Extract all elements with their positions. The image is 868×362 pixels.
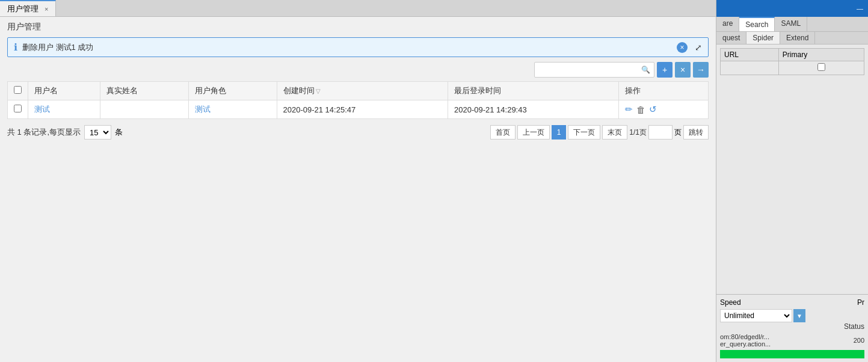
sub-tab-request[interactable]: quest — [716, 32, 746, 44]
page-size-select[interactable]: 15 20 50 — [84, 125, 111, 140]
username-link[interactable]: 测试 — [34, 105, 50, 114]
right-content: URL Primary — [716, 44, 868, 294]
header-username: 用户名 — [28, 82, 100, 100]
current-page-button[interactable]: 1 — [552, 125, 567, 140]
right-table-row — [721, 61, 864, 75]
user-table: 用户名 真实姓名 用户角色 创建时间▽ 最后登录时间 操作 测试 — [7, 81, 709, 119]
delete-button[interactable]: × — [675, 62, 691, 78]
reset-password-icon[interactable]: ↺ — [649, 104, 657, 115]
pagination-unit: 条 — [115, 127, 123, 138]
speed-row: Speed Pr — [720, 298, 864, 307]
right-sub-tabs: quest Spider Extend — [716, 32, 868, 44]
url-status-row: om:80/edgedl/r... er_query.action... 200 — [720, 333, 864, 348]
tab-label: 用户管理 — [7, 4, 38, 14]
page-info: 1/1页 — [629, 127, 647, 138]
add-button[interactable]: + — [657, 62, 673, 78]
progress-bar-fill — [720, 350, 864, 358]
speed-label: Speed — [720, 298, 741, 307]
last-page-button[interactable]: 末页 — [602, 125, 627, 140]
search-icon: 🔍 — [641, 66, 650, 74]
header-checkbox-cell — [8, 82, 28, 100]
header-lastlogin: 最后登录时间 — [448, 82, 618, 100]
alert-message: 删除用户 测试1 成功 — [22, 42, 672, 53]
select-all-checkbox[interactable] — [14, 86, 22, 94]
toolbar: 🔍 + × → — [7, 62, 709, 78]
tab-search[interactable]: Search — [739, 17, 775, 31]
minimize-icon[interactable]: — — [857, 5, 863, 12]
right-col-url: URL — [721, 49, 779, 61]
edit-icon[interactable]: ✏ — [625, 104, 633, 115]
header-realname: 真实姓名 — [100, 82, 189, 100]
right-panel: — are Search SAML quest Spider Extend UR… — [716, 0, 868, 362]
pagination-total: 共 1 条记录,每页显示 — [7, 127, 81, 138]
sub-tab-extend[interactable]: Extend — [780, 32, 815, 44]
speed-select-wrap: Unlimited ▼ — [720, 309, 864, 322]
alert-bar: ℹ 删除用户 测试1 成功 × ⤢ — [7, 37, 709, 57]
page-jump-input[interactable] — [648, 125, 673, 140]
sort-icon: ▽ — [316, 88, 321, 94]
row-checkbox-cell — [8, 100, 28, 119]
status-label: Status — [844, 322, 864, 331]
right-col-primary: Primary — [778, 49, 864, 61]
page-label: 页 — [674, 127, 682, 138]
status-code: 200 — [854, 337, 864, 344]
alert-close-button[interactable]: × — [677, 42, 688, 53]
progress-bar — [720, 350, 864, 358]
right-cell-primary — [778, 61, 864, 75]
delete-icon[interactable]: 🗑 — [636, 105, 645, 115]
pagination-bar: 共 1 条记录,每页显示 15 20 50 条 首页 上一页 1 下一页 末页 … — [7, 125, 709, 140]
speed-select[interactable]: Unlimited — [720, 309, 792, 322]
url-display: om:80/edgedl/r... er_query.action... — [720, 333, 771, 348]
status-row: Status — [720, 322, 864, 331]
cell-realname — [100, 100, 189, 119]
search-box: 🔍 — [534, 62, 654, 78]
tab-user-management[interactable]: 用户管理 × — [0, 0, 56, 16]
right-cell-url — [721, 61, 779, 75]
role-link[interactable]: 测试 — [195, 105, 211, 114]
tab-close-icon[interactable]: × — [45, 5, 48, 13]
cell-role: 测试 — [188, 100, 277, 119]
content-area: 用户管理 ℹ 删除用户 测试1 成功 × ⤢ 🔍 + × → — [0, 17, 716, 362]
tab-saml[interactable]: SAML — [775, 17, 807, 31]
cell-created: 2020-09-21 14:25:47 — [277, 100, 448, 119]
primary-label: Pr — [857, 298, 864, 307]
cell-actions: ✏ 🗑 ↺ — [619, 100, 709, 119]
right-table: URL Primary — [720, 48, 864, 75]
right-tabs: are Search SAML — [716, 17, 868, 32]
tab-are[interactable]: are — [716, 17, 739, 31]
pagination-controls: 首页 上一页 1 下一页 末页 1/1页 页 跳转 — [490, 125, 709, 140]
first-page-button[interactable]: 首页 — [490, 125, 516, 140]
header-created: 创建时间▽ — [277, 82, 448, 100]
search-input[interactable] — [538, 66, 641, 75]
header-actions: 操作 — [619, 82, 709, 100]
page-title: 用户管理 — [7, 22, 709, 32]
table-row: 测试 测试 2020-09-21 14:25:47 2020-09-21 14:… — [8, 100, 709, 119]
sub-tab-spider[interactable]: Spider — [746, 32, 780, 44]
speed-dropdown-button[interactable]: ▼ — [793, 309, 805, 322]
action-icons: ✏ 🗑 ↺ — [625, 104, 702, 115]
cell-lastlogin: 2020-09-21 14:29:43 — [448, 100, 618, 119]
alert-expand-button[interactable]: ⤢ — [695, 43, 702, 52]
prev-page-button[interactable]: 上一页 — [517, 125, 550, 140]
info-icon: ℹ — [14, 41, 17, 53]
tab-bar: 用户管理 × — [0, 0, 716, 17]
next-page-button[interactable]: 下一页 — [568, 125, 600, 140]
jump-button[interactable]: 跳转 — [683, 125, 709, 140]
row-checkbox[interactable] — [14, 105, 22, 112]
header-role: 用户角色 — [188, 82, 277, 100]
logout-button[interactable]: → — [693, 62, 709, 78]
right-bottom: Speed Pr Unlimited ▼ Status om:80/edgedl… — [716, 294, 868, 362]
cell-username: 测试 — [28, 100, 100, 119]
primary-checkbox[interactable] — [817, 63, 825, 71]
right-top-bar: — — [716, 0, 868, 17]
